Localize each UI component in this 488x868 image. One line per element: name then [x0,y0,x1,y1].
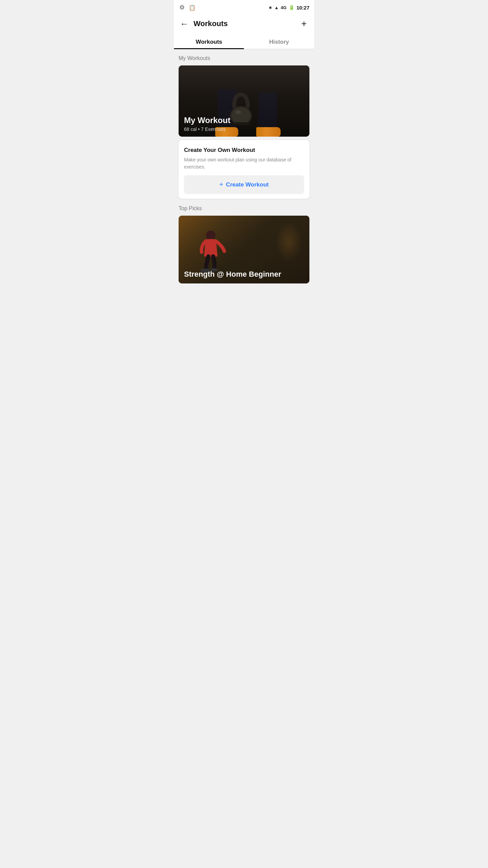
svg-point-1 [231,107,250,124]
create-plus-icon: + [219,181,223,189]
top-picks-card[interactable]: Strength @ Home Beginner [179,216,309,283]
status-bar: ⚙ 📋 ∗ ▲ 4G 🔋 10:27 [174,0,314,14]
my-workout-card[interactable]: My Workout 68 cal • 7 Exercises [179,65,309,137]
network-label: 4G [281,5,286,10]
create-workout-button[interactable]: + Create Workout [184,175,304,194]
page-title: Workouts [194,19,300,28]
clipboard-icon: 📋 [189,4,196,11]
tab-workouts[interactable]: Workouts [174,34,244,49]
add-button[interactable]: + [300,17,308,31]
top-picks-title: Top Picks [179,205,309,212]
status-right-icons: ∗ ▲ 4G 🔋 10:27 [268,5,309,11]
signal-icon: ▲ [274,5,279,10]
create-workout-label: Create Workout [226,181,269,188]
svg-point-4 [206,231,216,240]
create-card-title: Create Your Own Workout [184,147,304,154]
main-content: My Workouts [174,49,314,283]
status-left-icons: ⚙ 📋 [179,4,196,11]
top-picks-card-text: Strength @ Home Beginner [184,270,281,279]
gear-icon: ⚙ [179,4,185,11]
shoe-right [256,127,281,137]
battery-icon: 🔋 [289,5,294,10]
top-picks-card-name: Strength @ Home Beginner [184,270,281,279]
create-card-desc: Make your own workout plan using our dat… [184,156,304,171]
workout-card-meta: 68 cal • 7 Exercises [184,126,230,132]
workout-card-text: My Workout 68 cal • 7 Exercises [184,116,230,132]
back-button[interactable]: ← [179,17,190,31]
time-label: 10:27 [297,5,309,11]
create-workout-card: Create Your Own Workout Make your own wo… [179,140,309,199]
svg-point-2 [236,110,241,114]
bluetooth-icon: ∗ [268,5,272,10]
tab-history[interactable]: History [244,34,314,49]
my-workouts-title: My Workouts [179,55,309,61]
workout-card-name: My Workout [184,116,230,125]
tab-bar: Workouts History [174,34,314,49]
top-picks-section: Top Picks [179,205,309,283]
header: ← Workouts + [174,14,314,34]
person-silhouette [196,229,229,273]
